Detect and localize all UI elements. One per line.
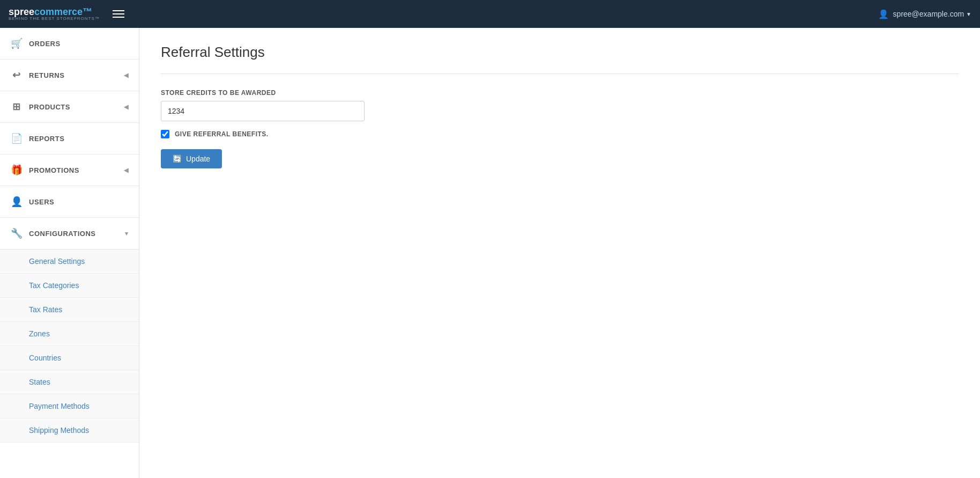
sidebar-item-users-label: USERS xyxy=(29,198,54,206)
sidebar-item-returns[interactable]: ↩ RETURNS ◀ xyxy=(0,60,139,91)
hamburger-line-3 xyxy=(113,17,124,18)
hamburger-button[interactable] xyxy=(110,8,127,20)
update-button[interactable]: 🔄 Update xyxy=(161,149,222,168)
user-dropdown[interactable]: spree@example.com ▼ xyxy=(893,10,971,18)
logo-commerce: commerce™ xyxy=(34,6,92,17)
sidebar-item-users[interactable]: 👤 USERS xyxy=(0,186,139,218)
configurations-icon: 🔧 xyxy=(11,227,23,239)
sidebar-item-promotions[interactable]: 🎁 PROMOTIONS ◀ xyxy=(0,155,139,186)
referral-settings-form: STORE CREDITS TO BE AWARDED GIVE REFERRA… xyxy=(161,89,429,168)
hamburger-line-2 xyxy=(113,13,124,14)
sidebar-item-countries[interactable]: Countries xyxy=(0,346,139,370)
nav-left: spreecommerce™ BEHIND THE BEST STOREFRON… xyxy=(9,7,127,21)
hamburger-line-1 xyxy=(113,10,124,11)
products-arrow-icon: ◀ xyxy=(124,104,129,111)
give-referral-row: GIVE REFERRAL BENEFITS. xyxy=(161,130,429,138)
logo-text: spreecommerce™ xyxy=(9,7,100,17)
sidebar-item-shipping-methods[interactable]: Shipping Methods xyxy=(0,418,139,443)
logo: spreecommerce™ BEHIND THE BEST STOREFRON… xyxy=(9,7,100,21)
promotions-icon: 🎁 xyxy=(11,164,23,176)
store-credits-label: STORE CREDITS TO BE AWARDED xyxy=(161,89,429,97)
returns-icon: ↩ xyxy=(11,69,23,81)
main-content: Referral Settings STORE CREDITS TO BE AW… xyxy=(139,28,980,478)
orders-icon: 🛒 xyxy=(11,38,23,49)
sidebar-item-reports[interactable]: 📄 REPORTS xyxy=(0,123,139,155)
sidebar-item-products[interactable]: ⊞ PRODUCTS ◀ xyxy=(0,91,139,123)
products-icon: ⊞ xyxy=(11,101,23,113)
give-referral-checkbox[interactable] xyxy=(161,130,169,138)
nav-right: 👤 spree@example.com ▼ xyxy=(878,9,971,19)
content-divider xyxy=(161,73,959,74)
reports-icon: 📄 xyxy=(11,133,23,144)
sidebar: 🛒 ORDERS ↩ RETURNS ◀ ⊞ PRODUCTS ◀ 📄 REPO… xyxy=(0,28,139,478)
sidebar-item-products-label: PRODUCTS xyxy=(29,103,70,111)
refresh-icon: 🔄 xyxy=(173,155,182,163)
sidebar-item-returns-label: RETURNS xyxy=(29,71,64,79)
dropdown-arrow-icon: ▼ xyxy=(966,11,971,17)
sidebar-item-tax-rates[interactable]: Tax Rates xyxy=(0,298,139,322)
sidebar-item-states[interactable]: States xyxy=(0,370,139,394)
returns-arrow-icon: ◀ xyxy=(124,72,129,79)
update-button-label: Update xyxy=(186,155,210,163)
page-title: Referral Settings xyxy=(161,44,959,61)
configurations-arrow-icon: ▾ xyxy=(125,230,129,237)
sidebar-item-reports-label: REPORTS xyxy=(29,135,64,143)
sidebar-item-configurations-label: CONFIGURATIONS xyxy=(29,230,95,238)
give-referral-label: GIVE REFERRAL BENEFITS. xyxy=(175,130,269,138)
store-credits-input[interactable] xyxy=(161,101,365,121)
user-email: spree@example.com xyxy=(893,10,964,18)
logo-tagline: BEHIND THE BEST STOREFRONTS™ xyxy=(9,17,100,21)
sidebar-item-general-settings[interactable]: General Settings xyxy=(0,249,139,274)
users-icon: 👤 xyxy=(11,196,23,208)
sidebar-item-orders-label: ORDERS xyxy=(29,40,61,48)
main-layout: 🛒 ORDERS ↩ RETURNS ◀ ⊞ PRODUCTS ◀ 📄 REPO… xyxy=(0,28,980,478)
logo-spree: spree xyxy=(9,6,34,17)
sidebar-item-payment-methods[interactable]: Payment Methods xyxy=(0,394,139,418)
configurations-submenu: General Settings Tax Categories Tax Rate… xyxy=(0,249,139,443)
user-icon: 👤 xyxy=(878,9,889,19)
sidebar-item-zones[interactable]: Zones xyxy=(0,322,139,346)
promotions-arrow-icon: ◀ xyxy=(124,167,129,174)
sidebar-item-promotions-label: PROMOTIONS xyxy=(29,166,79,174)
top-navigation: spreecommerce™ BEHIND THE BEST STOREFRON… xyxy=(0,0,980,28)
sidebar-item-orders[interactable]: 🛒 ORDERS xyxy=(0,28,139,60)
sidebar-item-configurations[interactable]: 🔧 CONFIGURATIONS ▾ xyxy=(0,218,139,249)
sidebar-item-tax-categories[interactable]: Tax Categories xyxy=(0,274,139,298)
